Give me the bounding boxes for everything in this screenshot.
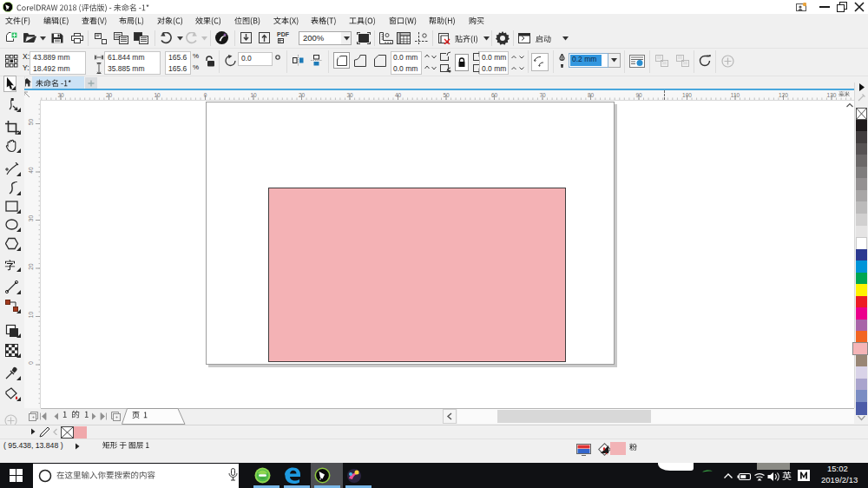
svg-text:40: 40 — [395, 92, 402, 98]
svg-text:110: 110 — [731, 92, 740, 98]
svg-text:50: 50 — [443, 92, 450, 98]
svg-text:40: 40 — [28, 167, 34, 174]
svg-text:50: 50 — [28, 119, 34, 126]
svg-text:80: 80 — [588, 92, 595, 98]
svg-text:30: 30 — [28, 215, 34, 222]
svg-text:20: 20 — [28, 263, 34, 270]
svg-text:30: 30 — [346, 92, 353, 98]
svg-text:30: 30 — [57, 92, 64, 98]
svg-text:60: 60 — [491, 92, 498, 98]
svg-text:70: 70 — [539, 92, 546, 98]
svg-text:120: 120 — [779, 92, 788, 98]
svg-text:20: 20 — [299, 92, 306, 98]
svg-text:100: 100 — [682, 92, 692, 98]
svg-text:10: 10 — [154, 92, 161, 98]
svg-text:0: 0 — [204, 92, 207, 98]
svg-text:20: 20 — [106, 92, 113, 98]
svg-text:90: 90 — [635, 92, 642, 98]
svg-text:10: 10 — [250, 92, 257, 98]
svg-text:0: 0 — [28, 361, 34, 365]
svg-text:10: 10 — [28, 312, 34, 319]
svg-text:130: 130 — [827, 92, 837, 98]
